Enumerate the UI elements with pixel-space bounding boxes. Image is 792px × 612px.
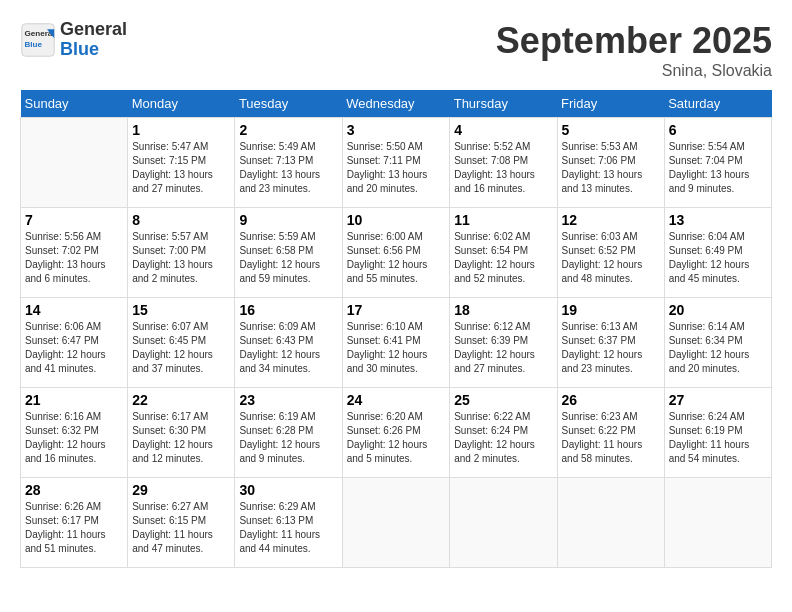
header-sunday: Sunday xyxy=(21,90,128,118)
day-number: 23 xyxy=(239,392,337,408)
location-text: Snina, Slovakia xyxy=(496,62,772,80)
day-info: Sunrise: 6:24 AM Sunset: 6:19 PM Dayligh… xyxy=(669,410,767,466)
header-friday: Friday xyxy=(557,90,664,118)
calendar-cell xyxy=(664,478,771,568)
day-number: 21 xyxy=(25,392,123,408)
day-info: Sunrise: 6:04 AM Sunset: 6:49 PM Dayligh… xyxy=(669,230,767,286)
day-number: 7 xyxy=(25,212,123,228)
title-block: September 2025 Snina, Slovakia xyxy=(496,20,772,80)
calendar-cell: 24Sunrise: 6:20 AM Sunset: 6:26 PM Dayli… xyxy=(342,388,450,478)
calendar-cell: 11Sunrise: 6:02 AM Sunset: 6:54 PM Dayli… xyxy=(450,208,557,298)
day-number: 17 xyxy=(347,302,446,318)
calendar-cell xyxy=(342,478,450,568)
logo: General Blue General Blue xyxy=(20,20,127,60)
calendar-cell: 19Sunrise: 6:13 AM Sunset: 6:37 PM Dayli… xyxy=(557,298,664,388)
day-info: Sunrise: 6:26 AM Sunset: 6:17 PM Dayligh… xyxy=(25,500,123,556)
calendar-cell: 13Sunrise: 6:04 AM Sunset: 6:49 PM Dayli… xyxy=(664,208,771,298)
calendar-cell: 17Sunrise: 6:10 AM Sunset: 6:41 PM Dayli… xyxy=(342,298,450,388)
day-info: Sunrise: 6:00 AM Sunset: 6:56 PM Dayligh… xyxy=(347,230,446,286)
header-monday: Monday xyxy=(128,90,235,118)
day-number: 11 xyxy=(454,212,552,228)
calendar-week-row: 14Sunrise: 6:06 AM Sunset: 6:47 PM Dayli… xyxy=(21,298,772,388)
calendar-cell: 8Sunrise: 5:57 AM Sunset: 7:00 PM Daylig… xyxy=(128,208,235,298)
header-tuesday: Tuesday xyxy=(235,90,342,118)
calendar-week-row: 28Sunrise: 6:26 AM Sunset: 6:17 PM Dayli… xyxy=(21,478,772,568)
day-number: 15 xyxy=(132,302,230,318)
calendar-cell: 7Sunrise: 5:56 AM Sunset: 7:02 PM Daylig… xyxy=(21,208,128,298)
day-number: 28 xyxy=(25,482,123,498)
day-info: Sunrise: 5:56 AM Sunset: 7:02 PM Dayligh… xyxy=(25,230,123,286)
day-info: Sunrise: 6:12 AM Sunset: 6:39 PM Dayligh… xyxy=(454,320,552,376)
day-number: 22 xyxy=(132,392,230,408)
calendar-cell: 10Sunrise: 6:00 AM Sunset: 6:56 PM Dayli… xyxy=(342,208,450,298)
logo-blue-text: Blue xyxy=(60,40,127,60)
day-info: Sunrise: 5:49 AM Sunset: 7:13 PM Dayligh… xyxy=(239,140,337,196)
day-info: Sunrise: 6:27 AM Sunset: 6:15 PM Dayligh… xyxy=(132,500,230,556)
calendar-cell: 26Sunrise: 6:23 AM Sunset: 6:22 PM Dayli… xyxy=(557,388,664,478)
calendar-week-row: 1Sunrise: 5:47 AM Sunset: 7:15 PM Daylig… xyxy=(21,118,772,208)
calendar-cell: 2Sunrise: 5:49 AM Sunset: 7:13 PM Daylig… xyxy=(235,118,342,208)
header-thursday: Thursday xyxy=(450,90,557,118)
logo-general-text: General xyxy=(60,20,127,40)
day-info: Sunrise: 5:54 AM Sunset: 7:04 PM Dayligh… xyxy=(669,140,767,196)
day-number: 27 xyxy=(669,392,767,408)
day-number: 29 xyxy=(132,482,230,498)
day-info: Sunrise: 5:53 AM Sunset: 7:06 PM Dayligh… xyxy=(562,140,660,196)
day-number: 19 xyxy=(562,302,660,318)
day-info: Sunrise: 6:16 AM Sunset: 6:32 PM Dayligh… xyxy=(25,410,123,466)
calendar-cell: 30Sunrise: 6:29 AM Sunset: 6:13 PM Dayli… xyxy=(235,478,342,568)
calendar-cell: 18Sunrise: 6:12 AM Sunset: 6:39 PM Dayli… xyxy=(450,298,557,388)
day-number: 10 xyxy=(347,212,446,228)
header-saturday: Saturday xyxy=(664,90,771,118)
day-info: Sunrise: 6:07 AM Sunset: 6:45 PM Dayligh… xyxy=(132,320,230,376)
header-wednesday: Wednesday xyxy=(342,90,450,118)
day-number: 30 xyxy=(239,482,337,498)
calendar-cell xyxy=(557,478,664,568)
day-number: 16 xyxy=(239,302,337,318)
day-number: 12 xyxy=(562,212,660,228)
day-number: 25 xyxy=(454,392,552,408)
day-info: Sunrise: 6:06 AM Sunset: 6:47 PM Dayligh… xyxy=(25,320,123,376)
day-number: 24 xyxy=(347,392,446,408)
calendar-week-row: 21Sunrise: 6:16 AM Sunset: 6:32 PM Dayli… xyxy=(21,388,772,478)
calendar-cell: 21Sunrise: 6:16 AM Sunset: 6:32 PM Dayli… xyxy=(21,388,128,478)
page-header: General Blue General Blue September 2025… xyxy=(20,20,772,80)
day-number: 14 xyxy=(25,302,123,318)
calendar-cell xyxy=(21,118,128,208)
day-info: Sunrise: 5:59 AM Sunset: 6:58 PM Dayligh… xyxy=(239,230,337,286)
day-number: 3 xyxy=(347,122,446,138)
calendar-cell: 16Sunrise: 6:09 AM Sunset: 6:43 PM Dayli… xyxy=(235,298,342,388)
calendar-week-row: 7Sunrise: 5:56 AM Sunset: 7:02 PM Daylig… xyxy=(21,208,772,298)
calendar-cell: 5Sunrise: 5:53 AM Sunset: 7:06 PM Daylig… xyxy=(557,118,664,208)
day-info: Sunrise: 5:50 AM Sunset: 7:11 PM Dayligh… xyxy=(347,140,446,196)
day-number: 13 xyxy=(669,212,767,228)
calendar-cell: 28Sunrise: 6:26 AM Sunset: 6:17 PM Dayli… xyxy=(21,478,128,568)
day-number: 18 xyxy=(454,302,552,318)
day-info: Sunrise: 6:02 AM Sunset: 6:54 PM Dayligh… xyxy=(454,230,552,286)
calendar-cell: 1Sunrise: 5:47 AM Sunset: 7:15 PM Daylig… xyxy=(128,118,235,208)
day-number: 26 xyxy=(562,392,660,408)
day-info: Sunrise: 6:03 AM Sunset: 6:52 PM Dayligh… xyxy=(562,230,660,286)
day-number: 8 xyxy=(132,212,230,228)
day-info: Sunrise: 6:09 AM Sunset: 6:43 PM Dayligh… xyxy=(239,320,337,376)
calendar-cell: 3Sunrise: 5:50 AM Sunset: 7:11 PM Daylig… xyxy=(342,118,450,208)
svg-text:Blue: Blue xyxy=(25,40,43,49)
calendar-cell: 12Sunrise: 6:03 AM Sunset: 6:52 PM Dayli… xyxy=(557,208,664,298)
calendar-header-row: SundayMondayTuesdayWednesdayThursdayFrid… xyxy=(21,90,772,118)
month-year-title: September 2025 xyxy=(496,20,772,62)
calendar-cell: 20Sunrise: 6:14 AM Sunset: 6:34 PM Dayli… xyxy=(664,298,771,388)
day-info: Sunrise: 6:23 AM Sunset: 6:22 PM Dayligh… xyxy=(562,410,660,466)
calendar-cell: 15Sunrise: 6:07 AM Sunset: 6:45 PM Dayli… xyxy=(128,298,235,388)
calendar-cell xyxy=(450,478,557,568)
calendar-cell: 25Sunrise: 6:22 AM Sunset: 6:24 PM Dayli… xyxy=(450,388,557,478)
calendar-cell: 29Sunrise: 6:27 AM Sunset: 6:15 PM Dayli… xyxy=(128,478,235,568)
calendar-cell: 22Sunrise: 6:17 AM Sunset: 6:30 PM Dayli… xyxy=(128,388,235,478)
day-info: Sunrise: 6:10 AM Sunset: 6:41 PM Dayligh… xyxy=(347,320,446,376)
logo-icon: General Blue xyxy=(20,22,56,58)
calendar-cell: 4Sunrise: 5:52 AM Sunset: 7:08 PM Daylig… xyxy=(450,118,557,208)
day-info: Sunrise: 6:20 AM Sunset: 6:26 PM Dayligh… xyxy=(347,410,446,466)
day-info: Sunrise: 6:22 AM Sunset: 6:24 PM Dayligh… xyxy=(454,410,552,466)
day-info: Sunrise: 6:13 AM Sunset: 6:37 PM Dayligh… xyxy=(562,320,660,376)
day-info: Sunrise: 6:14 AM Sunset: 6:34 PM Dayligh… xyxy=(669,320,767,376)
calendar-cell: 9Sunrise: 5:59 AM Sunset: 6:58 PM Daylig… xyxy=(235,208,342,298)
